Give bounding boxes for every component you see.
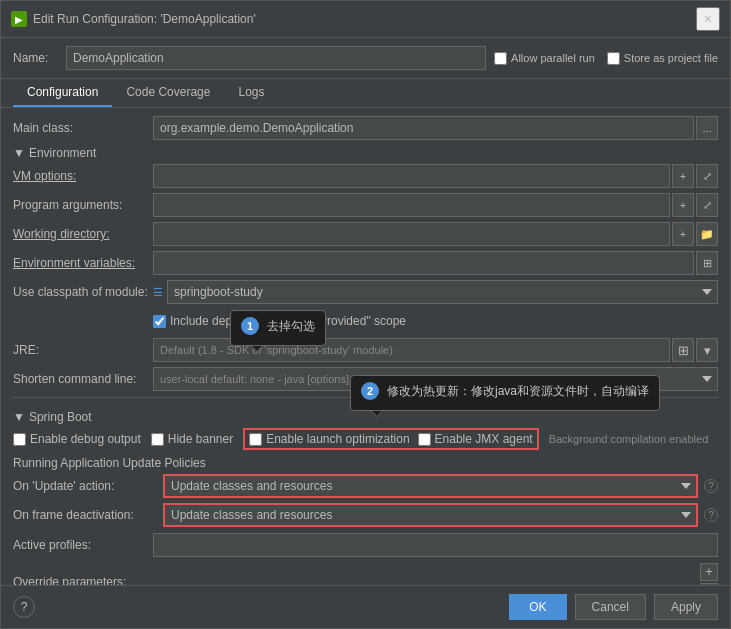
env-vars-input-wrap: ⊞	[153, 251, 718, 275]
working-dir-input[interactable]	[153, 222, 670, 246]
running-policies-section: Running Application Update Policies On '…	[13, 456, 718, 527]
bottom-left: ?	[13, 596, 35, 618]
tooltip-1: 1 去掉勾选	[230, 310, 326, 346]
jre-browse-btn[interactable]: ⊞	[672, 338, 694, 362]
help-button[interactable]: ?	[13, 596, 35, 618]
jre-dropdown-btn[interactable]: ▾	[696, 338, 718, 362]
env-label: Environment	[29, 146, 96, 160]
working-dir-row: Working directory: + 📁	[13, 222, 718, 246]
on-update-select[interactable]: Update classes and resources	[163, 474, 698, 498]
classpath-label: Use classpath of module:	[13, 285, 153, 299]
enable-jmx-checkbox[interactable]: Enable JMX agent	[418, 432, 533, 446]
include-deps-row: Include dependencies with "Provided" sco…	[13, 309, 718, 333]
top-checkboxes: Allow parallel run Store as project file	[494, 52, 718, 65]
env-triangle-icon: ▼	[13, 146, 25, 160]
tooltip-2-text: 修改为热更新：修改java和资源文件时，自动编译	[387, 383, 649, 400]
vm-expand-btn[interactable]: +	[672, 164, 694, 188]
tooltip-1-text: 去掉勾选	[267, 318, 315, 335]
vm-options-row: VM options: + ⤢	[13, 164, 718, 188]
on-update-label: On 'Update' action:	[13, 479, 163, 493]
tooltip-1-badge: 1	[241, 317, 259, 335]
vm-options-input[interactable]	[153, 164, 670, 188]
running-policies-label: Running Application Update Policies	[13, 456, 718, 470]
classpath-row: Use classpath of module: ☰ springboot-st…	[13, 280, 718, 304]
module-icon: ☰	[153, 286, 163, 299]
on-frame-label: On frame deactivation:	[13, 508, 163, 522]
params-header-row: Override parameters: + -	[13, 563, 718, 585]
classpath-select[interactable]: springboot-study	[167, 280, 718, 304]
on-frame-help-icon[interactable]: ?	[704, 508, 718, 522]
spring-boot-header[interactable]: ▼ Spring Boot	[13, 410, 718, 424]
working-dir-browse-btn[interactable]: 📁	[696, 222, 718, 246]
enable-launch-checkbox[interactable]: Enable launch optimization	[249, 432, 409, 446]
tooltip-2-badge: 2	[361, 382, 379, 400]
on-update-help-icon[interactable]: ?	[704, 479, 718, 493]
classpath-module-wrap: ☰ springboot-study	[153, 280, 718, 304]
program-args-label: Program arguments:	[13, 198, 153, 212]
tooltip-2: 2 修改为热更新：修改java和资源文件时，自动编译	[350, 375, 660, 411]
tooltip-1-row: 1 去掉勾选	[241, 317, 315, 335]
dialog-window: ▶ Edit Run Configuration: 'DemoApplicati…	[0, 0, 731, 629]
name-input[interactable]	[66, 46, 486, 70]
program-args-input-wrap: + ⤢	[153, 193, 718, 217]
cancel-button[interactable]: Cancel	[575, 594, 646, 620]
ok-button[interactable]: OK	[509, 594, 566, 620]
main-class-input-wrap: ...	[153, 116, 718, 140]
shorten-cmd-label: Shorten command line:	[13, 372, 153, 386]
vm-options-label: VM options:	[13, 169, 153, 183]
spring-triangle-icon: ▼	[13, 410, 25, 424]
main-class-browse-btn[interactable]: ...	[696, 116, 718, 140]
tooltip-2-row: 2 修改为热更新：修改java和资源文件时，自动编译	[361, 382, 649, 400]
tooltip-2-wrap: 2 修改为热更新：修改java和资源文件时，自动编译	[350, 375, 660, 411]
hide-banner-checkbox[interactable]: Hide banner	[151, 432, 233, 446]
name-row: Name: Allow parallel run Store as projec…	[1, 38, 730, 79]
tooltip-1-wrap: 1 去掉勾选	[230, 310, 326, 346]
on-update-row: On 'Update' action: Update classes and r…	[13, 474, 718, 498]
apply-button[interactable]: Apply	[654, 594, 718, 620]
params-add-btn[interactable]: +	[700, 563, 718, 581]
tab-logs[interactable]: Logs	[224, 79, 278, 107]
working-dir-add-btn[interactable]: +	[672, 222, 694, 246]
active-profiles-input[interactable]	[153, 533, 718, 557]
env-vars-input[interactable]	[153, 251, 694, 275]
on-frame-select[interactable]: Update classes and resources	[163, 503, 698, 527]
on-update-select-wrap: Update classes and resources ?	[163, 474, 718, 498]
program-args-row: Program arguments: + ⤢	[13, 193, 718, 217]
store-as-project-checkbox[interactable]: Store as project file	[607, 52, 718, 65]
allow-parallel-checkbox[interactable]: Allow parallel run	[494, 52, 595, 65]
spring-options-row: Enable debug output Hide banner Enable l…	[13, 428, 718, 450]
name-label: Name:	[13, 51, 58, 65]
main-class-input[interactable]	[153, 116, 694, 140]
background-enabled-label: Background compilation enabled	[549, 433, 709, 445]
main-class-label: Main class:	[13, 121, 153, 135]
active-profiles-label: Active profiles:	[13, 538, 153, 552]
bottom-bar: ? OK Cancel Apply	[1, 585, 730, 628]
highlighted-options: Enable launch optimization Enable JMX ag…	[243, 428, 539, 450]
env-vars-label: Environment variables:	[13, 256, 153, 270]
program-args-input[interactable]	[153, 193, 670, 217]
spring-boot-label: Spring Boot	[29, 410, 92, 424]
content-area: Main class: ... ▼ Environment VM options…	[1, 108, 730, 585]
params-add-remove-btns: + -	[700, 563, 718, 585]
jre-row: JRE: ⊞ ▾	[13, 338, 718, 362]
bottom-right: OK Cancel Apply	[509, 594, 718, 620]
spring-boot-section: ▼ Spring Boot Enable debug output Hide b…	[13, 397, 718, 527]
active-profiles-row: Active profiles:	[13, 533, 718, 557]
jre-label: JRE:	[13, 343, 153, 357]
vm-fullscreen-btn[interactable]: ⤢	[696, 164, 718, 188]
title-bar: ▶ Edit Run Configuration: 'DemoApplicati…	[1, 1, 730, 38]
program-fullscreen-btn[interactable]: ⤢	[696, 193, 718, 217]
program-expand-btn[interactable]: +	[672, 193, 694, 217]
environment-section-header[interactable]: ▼ Environment	[13, 146, 718, 160]
env-vars-edit-btn[interactable]: ⊞	[696, 251, 718, 275]
on-frame-select-wrap: Update classes and resources ?	[163, 503, 718, 527]
close-button[interactable]: ×	[696, 7, 720, 31]
enable-debug-checkbox[interactable]: Enable debug output	[13, 432, 141, 446]
tab-code-coverage[interactable]: Code Coverage	[112, 79, 224, 107]
tab-configuration[interactable]: Configuration	[13, 79, 112, 107]
vm-options-input-wrap: + ⤢	[153, 164, 718, 188]
env-vars-row: Environment variables: ⊞	[13, 251, 718, 275]
tabs-row: Configuration Code Coverage Logs	[1, 79, 730, 108]
main-class-row: Main class: ...	[13, 116, 718, 140]
on-frame-row: On frame deactivation: Update classes an…	[13, 503, 718, 527]
